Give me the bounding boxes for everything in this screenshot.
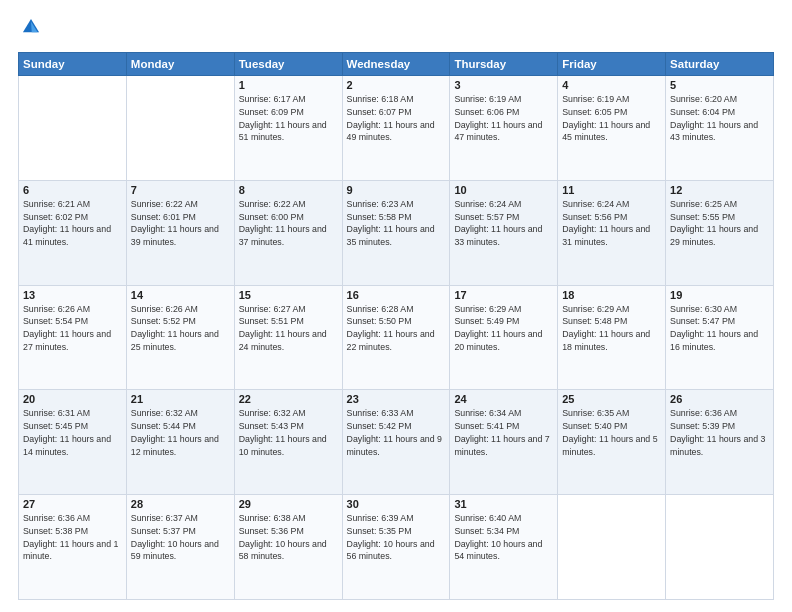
cell-info: Sunrise: 6:19 AM Sunset: 6:05 PM Dayligh…	[562, 93, 661, 144]
calendar-cell: 16Sunrise: 6:28 AM Sunset: 5:50 PM Dayli…	[342, 285, 450, 390]
calendar-cell: 1Sunrise: 6:17 AM Sunset: 6:09 PM Daylig…	[234, 76, 342, 181]
cell-info: Sunrise: 6:26 AM Sunset: 5:52 PM Dayligh…	[131, 303, 230, 354]
cell-info: Sunrise: 6:29 AM Sunset: 5:48 PM Dayligh…	[562, 303, 661, 354]
day-number: 12	[670, 184, 769, 196]
calendar-cell: 4Sunrise: 6:19 AM Sunset: 6:05 PM Daylig…	[558, 76, 666, 181]
day-number: 11	[562, 184, 661, 196]
week-row-4: 20Sunrise: 6:31 AM Sunset: 5:45 PM Dayli…	[19, 390, 774, 495]
weekday-header-thursday: Thursday	[450, 53, 558, 76]
cell-info: Sunrise: 6:27 AM Sunset: 5:51 PM Dayligh…	[239, 303, 338, 354]
day-number: 3	[454, 79, 553, 91]
weekday-header-monday: Monday	[126, 53, 234, 76]
day-number: 19	[670, 289, 769, 301]
calendar-cell: 24Sunrise: 6:34 AM Sunset: 5:41 PM Dayli…	[450, 390, 558, 495]
calendar-cell	[666, 495, 774, 600]
week-row-1: 1Sunrise: 6:17 AM Sunset: 6:09 PM Daylig…	[19, 76, 774, 181]
cell-info: Sunrise: 6:38 AM Sunset: 5:36 PM Dayligh…	[239, 512, 338, 563]
cell-info: Sunrise: 6:30 AM Sunset: 5:47 PM Dayligh…	[670, 303, 769, 354]
cell-info: Sunrise: 6:36 AM Sunset: 5:39 PM Dayligh…	[670, 407, 769, 458]
day-number: 16	[347, 289, 446, 301]
day-number: 8	[239, 184, 338, 196]
day-number: 15	[239, 289, 338, 301]
calendar-cell: 26Sunrise: 6:36 AM Sunset: 5:39 PM Dayli…	[666, 390, 774, 495]
day-number: 18	[562, 289, 661, 301]
calendar-cell: 10Sunrise: 6:24 AM Sunset: 5:57 PM Dayli…	[450, 180, 558, 285]
day-number: 1	[239, 79, 338, 91]
week-row-5: 27Sunrise: 6:36 AM Sunset: 5:38 PM Dayli…	[19, 495, 774, 600]
cell-info: Sunrise: 6:23 AM Sunset: 5:58 PM Dayligh…	[347, 198, 446, 249]
calendar-cell: 8Sunrise: 6:22 AM Sunset: 6:00 PM Daylig…	[234, 180, 342, 285]
week-row-3: 13Sunrise: 6:26 AM Sunset: 5:54 PM Dayli…	[19, 285, 774, 390]
day-number: 28	[131, 498, 230, 510]
cell-info: Sunrise: 6:24 AM Sunset: 5:56 PM Dayligh…	[562, 198, 661, 249]
cell-info: Sunrise: 6:29 AM Sunset: 5:49 PM Dayligh…	[454, 303, 553, 354]
calendar-cell: 31Sunrise: 6:40 AM Sunset: 5:34 PM Dayli…	[450, 495, 558, 600]
day-number: 7	[131, 184, 230, 196]
day-number: 4	[562, 79, 661, 91]
calendar-cell: 12Sunrise: 6:25 AM Sunset: 5:55 PM Dayli…	[666, 180, 774, 285]
calendar-cell: 5Sunrise: 6:20 AM Sunset: 6:04 PM Daylig…	[666, 76, 774, 181]
day-number: 17	[454, 289, 553, 301]
day-number: 14	[131, 289, 230, 301]
weekday-header-saturday: Saturday	[666, 53, 774, 76]
calendar: SundayMondayTuesdayWednesdayThursdayFrid…	[18, 52, 774, 600]
cell-info: Sunrise: 6:28 AM Sunset: 5:50 PM Dayligh…	[347, 303, 446, 354]
calendar-cell: 22Sunrise: 6:32 AM Sunset: 5:43 PM Dayli…	[234, 390, 342, 495]
calendar-cell: 21Sunrise: 6:32 AM Sunset: 5:44 PM Dayli…	[126, 390, 234, 495]
calendar-cell: 27Sunrise: 6:36 AM Sunset: 5:38 PM Dayli…	[19, 495, 127, 600]
day-number: 2	[347, 79, 446, 91]
day-number: 25	[562, 393, 661, 405]
week-row-2: 6Sunrise: 6:21 AM Sunset: 6:02 PM Daylig…	[19, 180, 774, 285]
calendar-cell: 3Sunrise: 6:19 AM Sunset: 6:06 PM Daylig…	[450, 76, 558, 181]
logo-icon	[20, 16, 42, 38]
day-number: 30	[347, 498, 446, 510]
calendar-cell: 30Sunrise: 6:39 AM Sunset: 5:35 PM Dayli…	[342, 495, 450, 600]
cell-info: Sunrise: 6:32 AM Sunset: 5:44 PM Dayligh…	[131, 407, 230, 458]
calendar-cell: 13Sunrise: 6:26 AM Sunset: 5:54 PM Dayli…	[19, 285, 127, 390]
calendar-cell: 28Sunrise: 6:37 AM Sunset: 5:37 PM Dayli…	[126, 495, 234, 600]
day-number: 20	[23, 393, 122, 405]
calendar-cell: 19Sunrise: 6:30 AM Sunset: 5:47 PM Dayli…	[666, 285, 774, 390]
weekday-header-wednesday: Wednesday	[342, 53, 450, 76]
cell-info: Sunrise: 6:19 AM Sunset: 6:06 PM Dayligh…	[454, 93, 553, 144]
header	[18, 16, 774, 42]
cell-info: Sunrise: 6:24 AM Sunset: 5:57 PM Dayligh…	[454, 198, 553, 249]
page: SundayMondayTuesdayWednesdayThursdayFrid…	[0, 0, 792, 612]
calendar-cell: 7Sunrise: 6:22 AM Sunset: 6:01 PM Daylig…	[126, 180, 234, 285]
day-number: 26	[670, 393, 769, 405]
cell-info: Sunrise: 6:37 AM Sunset: 5:37 PM Dayligh…	[131, 512, 230, 563]
cell-info: Sunrise: 6:36 AM Sunset: 5:38 PM Dayligh…	[23, 512, 122, 563]
calendar-cell: 17Sunrise: 6:29 AM Sunset: 5:49 PM Dayli…	[450, 285, 558, 390]
cell-info: Sunrise: 6:31 AM Sunset: 5:45 PM Dayligh…	[23, 407, 122, 458]
calendar-cell: 11Sunrise: 6:24 AM Sunset: 5:56 PM Dayli…	[558, 180, 666, 285]
cell-info: Sunrise: 6:17 AM Sunset: 6:09 PM Dayligh…	[239, 93, 338, 144]
cell-info: Sunrise: 6:18 AM Sunset: 6:07 PM Dayligh…	[347, 93, 446, 144]
day-number: 9	[347, 184, 446, 196]
day-number: 22	[239, 393, 338, 405]
calendar-cell: 14Sunrise: 6:26 AM Sunset: 5:52 PM Dayli…	[126, 285, 234, 390]
calendar-cell	[558, 495, 666, 600]
cell-info: Sunrise: 6:33 AM Sunset: 5:42 PM Dayligh…	[347, 407, 446, 458]
cell-info: Sunrise: 6:22 AM Sunset: 6:01 PM Dayligh…	[131, 198, 230, 249]
calendar-cell: 25Sunrise: 6:35 AM Sunset: 5:40 PM Dayli…	[558, 390, 666, 495]
day-number: 10	[454, 184, 553, 196]
cell-info: Sunrise: 6:22 AM Sunset: 6:00 PM Dayligh…	[239, 198, 338, 249]
weekday-header-friday: Friday	[558, 53, 666, 76]
day-number: 27	[23, 498, 122, 510]
weekday-header-row: SundayMondayTuesdayWednesdayThursdayFrid…	[19, 53, 774, 76]
cell-info: Sunrise: 6:25 AM Sunset: 5:55 PM Dayligh…	[670, 198, 769, 249]
weekday-header-sunday: Sunday	[19, 53, 127, 76]
calendar-cell: 15Sunrise: 6:27 AM Sunset: 5:51 PM Dayli…	[234, 285, 342, 390]
svg-marker-0	[23, 19, 39, 32]
calendar-cell: 29Sunrise: 6:38 AM Sunset: 5:36 PM Dayli…	[234, 495, 342, 600]
day-number: 31	[454, 498, 553, 510]
calendar-cell: 6Sunrise: 6:21 AM Sunset: 6:02 PM Daylig…	[19, 180, 127, 285]
cell-info: Sunrise: 6:40 AM Sunset: 5:34 PM Dayligh…	[454, 512, 553, 563]
day-number: 29	[239, 498, 338, 510]
day-number: 21	[131, 393, 230, 405]
calendar-cell: 23Sunrise: 6:33 AM Sunset: 5:42 PM Dayli…	[342, 390, 450, 495]
calendar-cell	[19, 76, 127, 181]
cell-info: Sunrise: 6:20 AM Sunset: 6:04 PM Dayligh…	[670, 93, 769, 144]
day-number: 6	[23, 184, 122, 196]
day-number: 23	[347, 393, 446, 405]
